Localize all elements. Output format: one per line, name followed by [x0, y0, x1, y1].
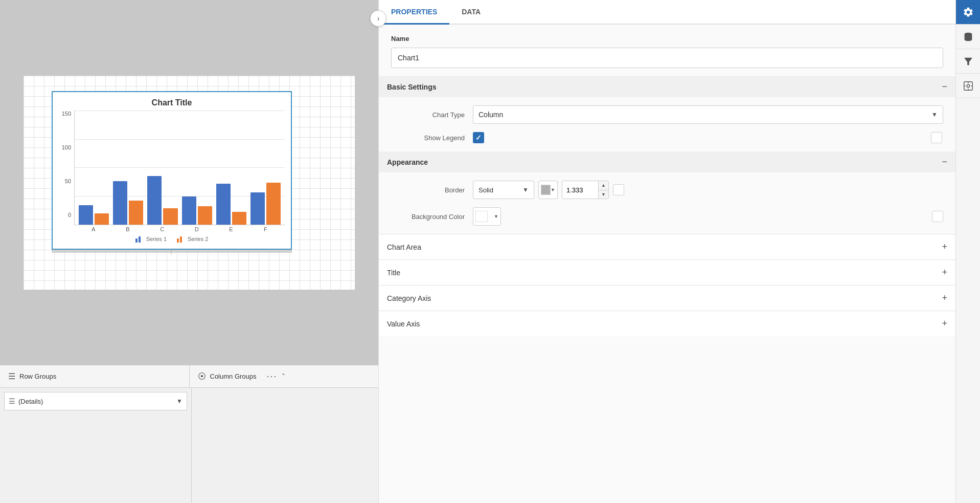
category-axis-label: Category Axis — [387, 294, 431, 302]
border-width-down-button[interactable]: ▼ — [599, 190, 608, 199]
tab-properties[interactable]: PROPERTIES — [379, 0, 449, 25]
details-dropdown-icon[interactable]: ▼ — [176, 398, 183, 405]
groups-header: ☰ Row Groups ⦿ Column Groups ··· ˅ — [0, 365, 378, 388]
category-axis-section[interactable]: Category Axis + — [379, 285, 955, 311]
border-label: Border — [391, 186, 473, 194]
database-toolbar-button[interactable] — [956, 25, 981, 49]
database-icon — [963, 31, 974, 42]
bg-color-checkbox[interactable] — [932, 211, 943, 222]
group-tab-actions: ··· ˅ — [261, 371, 291, 382]
bar-f-s1 — [250, 192, 265, 225]
resize-dots-icon: ⋮ — [168, 248, 176, 255]
details-item[interactable]: ☰ (Details) ▼ — [4, 392, 187, 410]
legend-series2-icon — [177, 235, 185, 243]
border-color-picker[interactable]: ▼ — [538, 181, 558, 199]
basic-settings-toggle-icon: − — [942, 81, 947, 92]
filter-icon — [963, 56, 974, 67]
show-legend-checkbox[interactable]: ✓ — [473, 132, 484, 143]
chart-body: 150 100 50 0 — [59, 111, 285, 232]
bar-group-e — [216, 184, 246, 225]
row-groups-tab[interactable]: ☰ Row Groups — [0, 365, 190, 387]
properties-content: Name Basic Settings − Chart Type Column … — [379, 25, 955, 503]
name-section: Name — [391, 35, 943, 76]
background-color-label: Background Color — [391, 213, 473, 221]
value-axis-expand-icon: + — [942, 318, 947, 329]
legend-series2-label: Series 2 — [188, 236, 208, 242]
border-width-up-button[interactable]: ▲ — [599, 181, 608, 190]
chart-area-expand-icon: + — [942, 242, 947, 252]
report-toolbar-button[interactable] — [956, 74, 981, 98]
border-style-value: Solid — [478, 186, 493, 194]
chart-type-select[interactable]: Column ▼ — [473, 105, 943, 124]
left-panel: › Chart Title 150 100 50 0 — [0, 0, 378, 503]
border-width-spinners: ▲ ▼ — [598, 181, 608, 199]
border-style-select[interactable]: Solid ▼ — [473, 181, 534, 199]
row-groups-icon: ☰ — [8, 371, 15, 381]
appearance-toggle-icon: − — [942, 157, 947, 167]
border-row-inner: Solid ▼ ▼ ▲ ▼ — [473, 181, 943, 199]
tab-data-label: DATA — [462, 8, 481, 16]
chart-area-section[interactable]: Chart Area + — [379, 234, 955, 259]
bar-a-s1 — [79, 205, 93, 225]
bg-color-chevron-icon: ▼ — [494, 214, 498, 219]
background-color-control: ▼ — [473, 207, 943, 226]
bar-e-s2 — [232, 212, 246, 225]
column-groups-tab[interactable]: ⦿ Column Groups ··· ˅ — [190, 365, 379, 387]
x-label-c: C — [147, 226, 177, 232]
tab-properties-label: PROPERTIES — [391, 8, 437, 16]
row-groups-column: ☰ (Details) ▼ — [0, 388, 192, 503]
row-groups-label: Row Groups — [19, 373, 56, 380]
y-label-100: 100 — [62, 144, 71, 150]
bar-e-s1 — [216, 184, 231, 225]
border-row: Border Solid ▼ ▼ ▲ ▼ — [391, 181, 943, 199]
legend-series1: Series 1 — [135, 235, 167, 243]
basic-settings-label: Basic Settings — [387, 83, 436, 91]
value-axis-section[interactable]: Value Axis + — [379, 311, 955, 336]
show-legend-label: Show Legend — [391, 134, 473, 142]
y-label-0: 0 — [68, 212, 71, 218]
resize-handle[interactable]: ⋮ — [52, 250, 292, 253]
border-control: Solid ▼ ▼ ▲ ▼ — [473, 181, 943, 199]
appearance-header[interactable]: Appearance − — [379, 151, 955, 172]
show-legend-checkbox2[interactable] — [931, 132, 942, 143]
y-axis: 150 100 50 0 — [59, 111, 74, 232]
chart-area-label: Chart Area — [387, 243, 421, 251]
bar-f-s2 — [266, 183, 281, 225]
border-checkbox[interactable] — [613, 184, 624, 195]
chart-type-row: Chart Type Column ▼ — [391, 105, 943, 124]
chart-title: Chart Title — [152, 98, 192, 107]
background-color-picker[interactable]: ▼ — [473, 207, 501, 226]
title-section[interactable]: Title + — [379, 259, 955, 285]
appearance-label: Appearance — [387, 158, 428, 166]
details-text: (Details) — [18, 398, 173, 405]
checkmark-icon: ✓ — [475, 134, 482, 142]
name-input[interactable] — [391, 48, 943, 68]
bar-d-s1 — [182, 196, 196, 225]
border-width-input-group: ▲ ▼ — [562, 181, 609, 199]
chevron-down-icon[interactable]: ˅ — [282, 373, 285, 381]
right-panel: PROPERTIES DATA Name Basic Settings − Ch… — [378, 0, 955, 503]
svg-point-2 — [967, 84, 970, 88]
border-color-swatch — [541, 185, 551, 195]
collapse-arrow-button[interactable]: › — [370, 10, 386, 27]
chart-widget[interactable]: Chart Title 150 100 50 0 — [52, 91, 292, 250]
border-width-input[interactable] — [562, 181, 598, 199]
chart-type-label: Chart Type — [391, 111, 473, 119]
value-axis-label: Value Axis — [387, 320, 420, 328]
bar-c-s2 — [163, 208, 177, 225]
y-label-50: 50 — [65, 178, 71, 184]
groups-content: ☰ (Details) ▼ — [0, 388, 378, 503]
chart-type-control: Column ▼ — [473, 105, 943, 124]
bar-c-s1 — [147, 176, 162, 225]
page-container: Chart Title 150 100 50 0 — [23, 75, 355, 290]
right-tabs: PROPERTIES DATA — [379, 0, 955, 25]
bar-group-a — [79, 205, 109, 225]
basic-settings-header[interactable]: Basic Settings − — [379, 76, 955, 97]
chart-legend: Series 1 Series 2 — [135, 235, 209, 243]
more-options-icon[interactable]: ··· — [267, 371, 278, 382]
x-label-f: F — [250, 226, 281, 232]
filter-toolbar-button[interactable] — [956, 49, 981, 74]
show-legend-row: Show Legend ✓ — [391, 132, 943, 143]
gear-toolbar-button[interactable] — [956, 0, 981, 25]
tab-data[interactable]: DATA — [449, 0, 493, 25]
